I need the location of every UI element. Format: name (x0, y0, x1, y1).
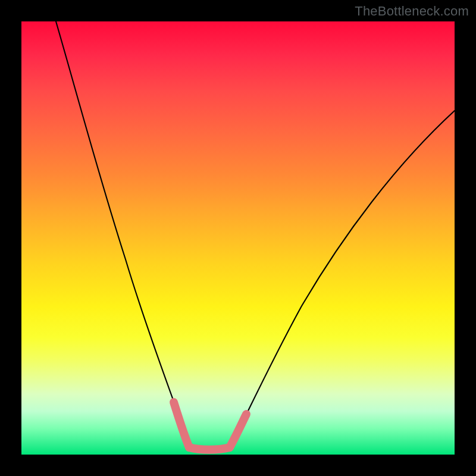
marker-valley-highlight (189, 447, 230, 450)
curve-left (56, 21, 189, 447)
watermark-text: TheBottleneck.com (355, 4, 469, 19)
chart-frame: TheBottleneck.com (0, 0, 476, 476)
marker-right-highlight (230, 414, 246, 447)
curve-right (230, 111, 455, 447)
marker-left-highlight (174, 402, 189, 447)
chart-curves (21, 21, 455, 455)
